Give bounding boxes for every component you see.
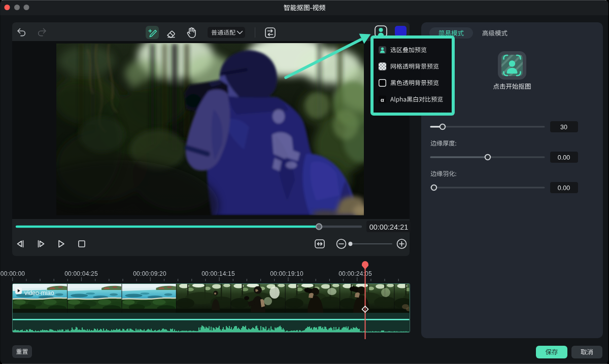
svg-text:30: 30 bbox=[560, 124, 567, 131]
svg-text:video-miao: video-miao bbox=[24, 289, 54, 297]
svg-text:00:00:00: 00:00:00 bbox=[1, 270, 25, 277]
svg-text:α: α bbox=[381, 97, 384, 103]
svg-text:00:00:24:05: 00:00:24:05 bbox=[339, 270, 372, 277]
svg-text:00:00:24:21: 00:00:24:21 bbox=[369, 223, 409, 231]
svg-text:00:00:09:20: 00:00:09:20 bbox=[133, 270, 166, 277]
svg-text:00:00:14:15: 00:00:14:15 bbox=[201, 270, 235, 277]
svg-text:00:00:04:25: 00:00:04:25 bbox=[64, 270, 98, 277]
svg-text:0.00: 0.00 bbox=[558, 154, 570, 161]
svg-text:00:00:19:10: 00:00:19:10 bbox=[270, 270, 303, 277]
svg-text:0.00: 0.00 bbox=[558, 185, 570, 192]
